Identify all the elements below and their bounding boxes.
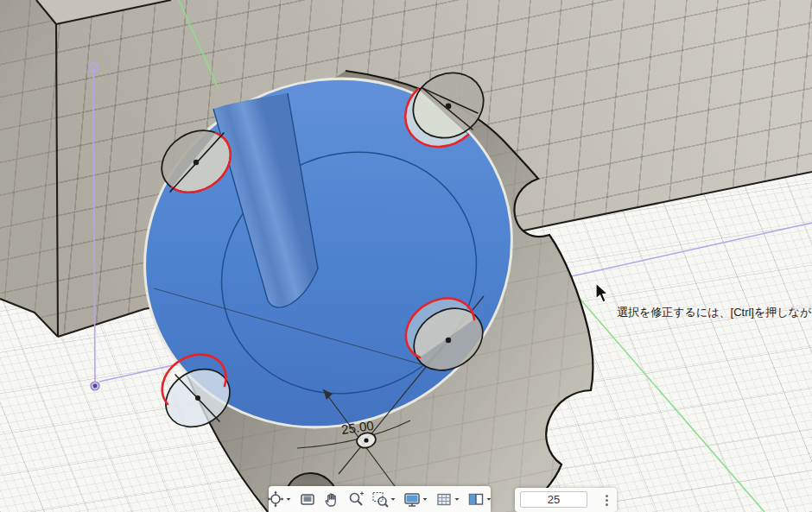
viewports-icon [467,490,485,508]
look-at-icon [299,490,316,508]
look-at-button[interactable] [298,490,317,509]
grid-and-snaps-button[interactable] [435,490,461,509]
chevron-down-icon[interactable] [422,496,428,503]
zoom-icon [347,490,365,508]
selection-hint-tooltip: 選択を修正するには、[Ctrl]を押しながら選択します [617,305,812,320]
fit-icon [371,490,389,508]
display-settings-button[interactable] [403,490,429,509]
zoom-button[interactable] [346,490,365,509]
grid-and-snaps-icon [435,490,453,508]
chevron-down-icon[interactable] [454,496,460,503]
chevron-down-icon[interactable] [485,496,492,503]
model-canvas[interactable]: 25.00 [0,0,812,512]
orbit-icon [267,490,284,508]
dimension-input-widget [515,488,617,512]
orbit-button[interactable] [266,490,293,509]
pan-icon [323,490,340,508]
chevron-down-icon[interactable] [285,496,292,503]
dimension-value-input[interactable] [520,491,587,508]
viewport-background: 25.00 [0,0,812,512]
fit-button[interactable] [371,490,397,509]
viewports-button[interactable] [466,490,493,509]
mouse-cursor [596,283,608,302]
pan-button[interactable] [322,490,341,509]
navigation-toolbar[interactable] [269,486,491,512]
display-settings-icon [403,490,421,508]
kebab-menu-icon[interactable] [606,493,609,508]
chevron-down-icon[interactable] [390,496,396,503]
